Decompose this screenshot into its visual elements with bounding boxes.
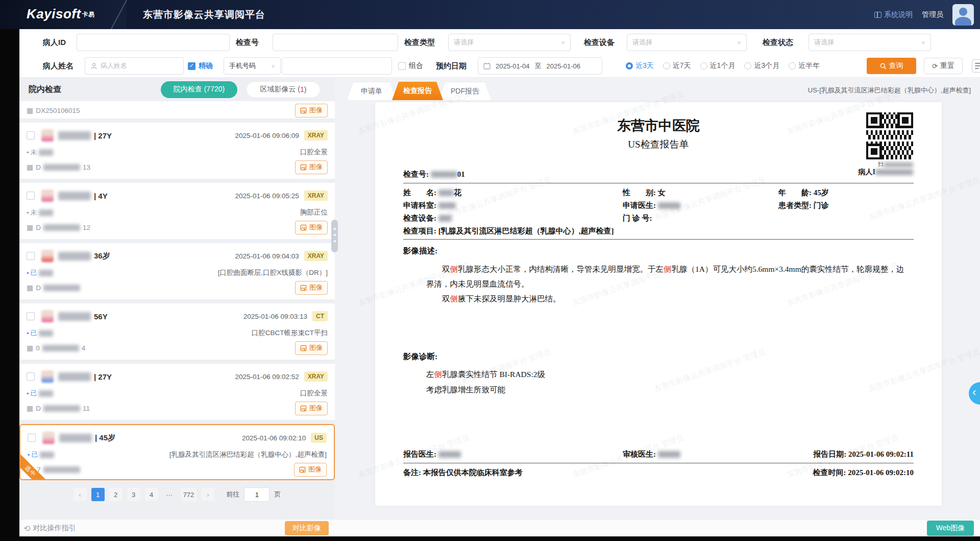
quick-range-近7天[interactable]: 近7天 [663, 61, 691, 70]
next-page-button[interactable]: › [201, 488, 214, 501]
exam-number: ▦D11 [27, 404, 90, 412]
exam-card[interactable]: | 4Y2025-01-06 09:05:25XRAY•未胸部正位▦D12图像 [19, 183, 335, 239]
phone-select[interactable]: 手机号码∨ [224, 57, 281, 75]
view-toggle-icon[interactable] [972, 59, 980, 73]
highlighted-char: 侧 [450, 265, 458, 273]
modality-badge: XRAY [304, 130, 328, 140]
image-button[interactable]: 图像 [295, 341, 328, 355]
redacted-text [43, 405, 80, 412]
tab-hospital-exams[interactable]: 院内检查 (7720) [161, 81, 237, 98]
modality-badge: XRAY [304, 371, 328, 382]
compare-images-button[interactable]: 对比影像 [285, 521, 329, 535]
redacted-text [39, 390, 53, 397]
status-prefix: 已 [31, 268, 37, 277]
page-button-2[interactable]: 2 [109, 488, 122, 501]
exam-list: ▦DX250106015图像| 27Y2025-01-06 09:06:09XR… [19, 101, 335, 484]
page-button-4[interactable]: 4 [145, 488, 158, 501]
exam-status-select[interactable]: 请选择∨ [808, 34, 931, 51]
image-button[interactable]: 图像 [295, 281, 328, 295]
status-bullet: • [28, 451, 30, 459]
qr-code [866, 112, 913, 159]
status-prefix: 已 [32, 450, 38, 459]
desc-paragraph: 双侧腋下未探及明显肿大淋巴结。 [426, 291, 906, 306]
exam-device-select[interactable]: 请选择∨ [627, 34, 747, 51]
image-button[interactable]: 图像 [295, 104, 328, 117]
exam-number: ▦D [27, 284, 80, 292]
goto-page-input[interactable] [244, 487, 270, 502]
radio-selected-icon [626, 62, 633, 69]
patient-id-input[interactable] [77, 34, 230, 51]
goto-label: 前往 [226, 490, 239, 499]
status-bullet: • [27, 149, 29, 156]
tab-PDF报告[interactable]: PDF报告 [439, 82, 491, 100]
phone-input[interactable] [282, 57, 392, 75]
page-ellipsis: ··· [163, 488, 176, 501]
image-button[interactable]: 图像 [295, 221, 328, 234]
image-button[interactable]: 图像 [294, 463, 327, 477]
exam-no-input[interactable] [273, 34, 398, 51]
exam-no-label: 检查号 [236, 34, 259, 51]
report-date: 报告日期: 2025-01-06 09:02:11 [813, 450, 914, 459]
exam-card[interactable]: | 45岁2025-01-06 09:02:10US•已[乳腺及其引流区淋巴结彩… [19, 424, 335, 480]
prev-page-button[interactable]: ‹ [74, 488, 87, 501]
exam-checkbox[interactable] [27, 252, 35, 260]
report-status: •已 [28, 450, 54, 459]
checkbox-icon [398, 62, 406, 70]
exam-description: 口腔全景 [300, 389, 328, 398]
exam-checkbox[interactable] [28, 434, 36, 442]
quick-range-label: 近3个月 [754, 61, 779, 70]
redacted-text [43, 224, 80, 231]
collapse-panel-button[interactable]: ‹ [969, 382, 980, 405]
search-button[interactable]: 查询 [867, 58, 916, 74]
quick-range-近1个月[interactable]: 近1个月 [700, 61, 736, 70]
field-age: 年 龄: 45岁 [778, 188, 829, 198]
diag-line: 考虑乳腺增生所致可能 [426, 382, 545, 397]
user-avatar[interactable] [952, 4, 974, 26]
combo-checkbox[interactable]: 组合 [398, 57, 423, 75]
image-button[interactable]: 图像 [295, 402, 328, 415]
tab-regional-cloud[interactable]: 区域影像云 (1) [246, 81, 321, 98]
system-help-link[interactable]: 系统说明 [874, 10, 913, 19]
page-button-1[interactable]: 1 [91, 488, 105, 501]
exam-card[interactable]: 56Y2025-01-06 09:03:13CT•已口腔CBCT锥形束CT平扫▦… [19, 303, 335, 360]
exam-checkbox[interactable] [27, 372, 35, 381]
patient-avatar [41, 250, 54, 262]
exam-no-icon: ▦ [27, 106, 33, 114]
patient-id-line: 病人I [859, 168, 913, 177]
patient-avatar [41, 190, 54, 202]
panel-title: 院内检查 [29, 84, 61, 95]
exam-card[interactable]: | 27Y2025-01-06 09:06:09XRAY•未口腔全景▦D13图像 [19, 123, 335, 179]
compare-guide-link[interactable]: ⟲ 对比操作指引 [23, 520, 76, 537]
page-unit-label: 页 [274, 490, 281, 499]
image-button[interactable]: 图像 [295, 160, 328, 174]
tab-检查报告[interactable]: 检查报告 [392, 82, 443, 100]
person-icon [90, 62, 97, 69]
patient-name-redacted [58, 131, 91, 140]
exam-checkbox[interactable] [27, 131, 35, 139]
exam-card-partial[interactable]: ▦DX250106015图像 [19, 101, 335, 119]
tab-申请单[interactable]: 申请单 [347, 82, 396, 100]
exam-checkbox[interactable] [27, 192, 35, 200]
quick-range-近半年[interactable]: 近半年 [789, 61, 820, 70]
page-button-772[interactable]: 772 [181, 488, 197, 501]
exam-checkbox[interactable] [27, 312, 35, 320]
patient-name-redacted [58, 372, 91, 381]
quick-range-label: 近半年 [798, 61, 820, 70]
exact-match-checkbox[interactable]: 精确 [188, 57, 213, 75]
quick-range-近3天[interactable]: 近3天 [626, 61, 654, 70]
page-button-3[interactable]: 3 [127, 488, 140, 501]
panel-splitter-handle[interactable] [331, 220, 338, 252]
patient-name-input[interactable]: 病人姓名 [85, 57, 184, 75]
report-document: 东营市中医院 US检查报告单 扫 病人I 检查号: 01 姓 名: 花 性 别:… [375, 102, 942, 506]
image-icon [300, 345, 307, 351]
reset-button[interactable]: ⟳ 重置 [924, 58, 963, 74]
radio-icon [744, 62, 751, 69]
exam-type-select[interactable]: 请选择∨ [448, 34, 571, 51]
exam-card[interactable]: | 27Y2025-01-06 09:02:52XRAY•已口腔全景▦D11图像 [19, 364, 335, 420]
date-range-picker[interactable]: 2025-01-04 至 2025-01-06 [478, 57, 602, 75]
exam-card[interactable]: 36岁2025-01-06 09:04:03XRAY•已[口腔曲面断层,口腔X线… [19, 243, 335, 299]
web-image-button[interactable]: Web图像 [927, 521, 974, 536]
username-label: 管理员 [922, 10, 943, 19]
guide-icon: ⟲ [23, 524, 30, 533]
quick-range-近3个月[interactable]: 近3个月 [744, 61, 779, 70]
